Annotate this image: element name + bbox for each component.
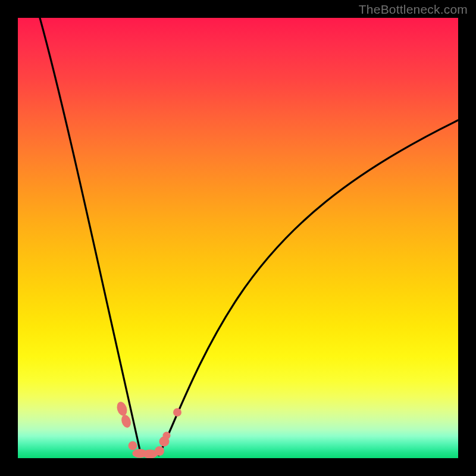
marker — [173, 408, 181, 416]
marker — [120, 414, 132, 429]
marker — [155, 446, 164, 456]
bottleneck-curve — [40, 18, 458, 455]
marker — [115, 400, 129, 417]
chart-svg — [18, 18, 458, 458]
plot-area — [18, 18, 458, 458]
marker — [163, 432, 171, 440]
marker — [129, 441, 137, 450]
left-curve — [40, 18, 141, 455]
right-curve — [159, 120, 458, 455]
watermark-text: TheBottleneck.com — [359, 2, 468, 17]
chart-frame: TheBottleneck.com — [0, 0, 476, 476]
